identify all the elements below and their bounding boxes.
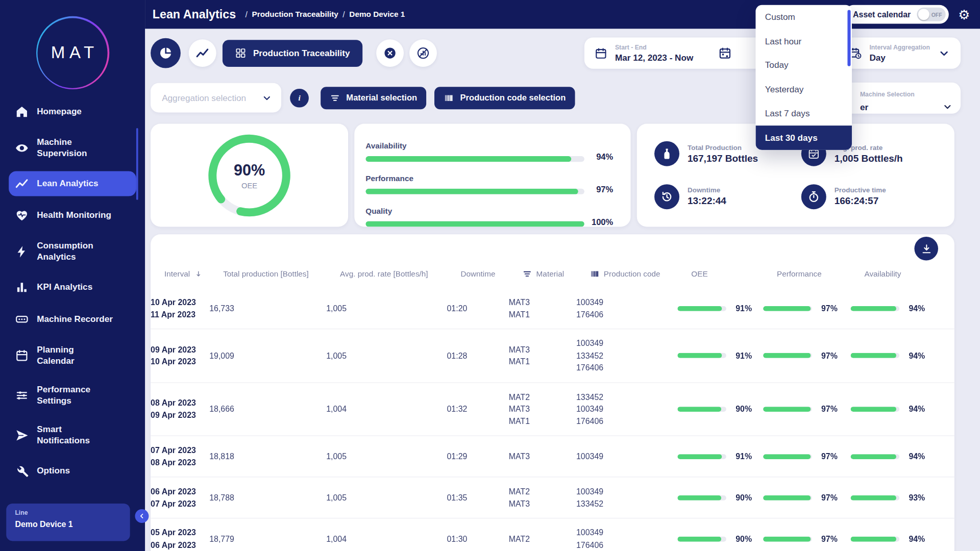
sidebar-item-label: Planning Calendar: [37, 344, 113, 366]
column-downtime[interactable]: Downtime: [460, 269, 522, 278]
kpi-stat-label: Total Production: [688, 143, 758, 151]
dropdown-option[interactable]: Last 7 days: [755, 102, 852, 126]
download-button[interactable]: [914, 237, 938, 261]
send-icon: [15, 428, 29, 442]
dropdown-scrollbar[interactable]: [847, 10, 850, 66]
rate-cell: 1,005: [326, 491, 447, 504]
sidebar-nav: Homepage Machine Supervision Lean Analyt…: [9, 99, 136, 484]
device-panel[interactable]: Line Demo Device 1: [6, 504, 130, 541]
performance-cell: 97%: [763, 302, 850, 314]
material-selection-label: Material selection: [346, 93, 417, 102]
code-cell: 100349176406: [576, 527, 677, 551]
material-cell: MAT2MAT3MAT1: [509, 391, 576, 428]
breadcrumb-root[interactable]: Lean Analytics: [153, 8, 236, 21]
info-button[interactable]: i: [290, 88, 309, 107]
aggregation-placeholder: Aggregation selection: [162, 93, 246, 103]
grid-icon: [235, 47, 246, 59]
date-range-field[interactable]: Start - End Mar 12, 2023 - Now: [615, 44, 693, 63]
interval-aggregation-value: Day: [869, 53, 930, 63]
kpi-stat: Productive time 166:24:57: [801, 175, 948, 218]
clear-selection-button[interactable]: [376, 39, 404, 67]
column-production-code[interactable]: Production code: [590, 269, 691, 279]
downtime-cell: 01:20: [447, 302, 509, 314]
home-icon: [15, 105, 29, 119]
production-traceability-button[interactable]: Production Traceability: [223, 40, 362, 67]
pie-chart-view-button[interactable]: [151, 38, 181, 68]
code-cell: 133452100349176406: [576, 391, 677, 428]
chart-options-button[interactable]: [409, 39, 437, 67]
sidebar-item-label: Consumption Analytics: [37, 240, 113, 262]
dropdown-option[interactable]: Last 30 days: [755, 126, 852, 149]
availability-cell: 94%: [851, 403, 941, 415]
interval-aggregation-field[interactable]: Interval Aggregation Day: [869, 44, 930, 63]
main-content: Production Traceability Start - End Mar …: [145, 29, 980, 551]
kpi-stat-value: 166:24:57: [835, 196, 886, 207]
settings-gear-icon[interactable]: ⚙: [958, 8, 970, 21]
column-oee[interactable]: OEE: [691, 269, 777, 278]
column-availability[interactable]: Availability: [864, 269, 954, 278]
asset-calendar-toggle[interactable]: OFF: [917, 8, 946, 21]
sidebar-collapse-button[interactable]: [135, 509, 149, 523]
column-avg-prod-rate[interactable]: Avg. prod. rate [Bottles/h]: [340, 269, 460, 278]
table-row[interactable]: 08 Apr 202309 Apr 2023 18,666 1,004 01:3…: [151, 383, 954, 436]
date-range-label: Start - End: [615, 44, 693, 51]
sidebar-item-consumption-analytics[interactable]: Consumption Analytics: [9, 235, 136, 268]
availability-cell: 94%: [851, 302, 941, 314]
dropdown-option[interactable]: Last hour: [755, 29, 852, 53]
table-row[interactable]: 09 Apr 202310 Apr 2023 19,009 1,005 01:2…: [151, 329, 954, 383]
column-total-production[interactable]: Total production [Bottles]: [223, 269, 340, 278]
sidebar-item-homepage[interactable]: Homepage: [9, 99, 136, 124]
table-row[interactable]: 07 Apr 202308 Apr 2023 18,818 1,005 01:2…: [151, 436, 954, 478]
sidebar-item-machine-recorder[interactable]: Machine Recorder: [9, 307, 136, 332]
aggregation-select[interactable]: Aggregation selection: [151, 83, 281, 113]
oee-label: OEE: [241, 181, 257, 189]
kpi-bar-fill: [365, 156, 571, 162]
interval-cell: 07 Apr 202308 Apr 2023: [151, 444, 209, 469]
material-cell: MAT3MAT1: [509, 296, 576, 320]
svg-text:i: i: [298, 93, 301, 102]
column-performance[interactable]: Performance: [777, 269, 864, 278]
oee-value: 90%: [234, 161, 265, 179]
oee-cell: 90%: [677, 491, 763, 504]
material-selection-button[interactable]: Material selection: [321, 87, 426, 109]
kpi-stat-label: Downtime: [688, 186, 726, 194]
sidebar-item-options[interactable]: Options: [9, 459, 136, 484]
quick-range-button[interactable]: [718, 46, 732, 60]
production-code-selection-button[interactable]: Production code selection: [434, 87, 575, 109]
sidebar-item-label: Performance Settings: [37, 384, 113, 406]
material-cell: MAT2MAT3: [509, 485, 576, 510]
sidebar-item-smart-notifications[interactable]: Smart Notifications: [9, 418, 136, 452]
sidebar-item-label: KPI Analytics: [37, 282, 92, 293]
dropdown-option[interactable]: Today: [755, 53, 852, 77]
total-cell: 18,818: [209, 450, 326, 463]
breadcrumb-section[interactable]: Production Traceability: [252, 10, 338, 19]
calendar-range-icon: [718, 46, 732, 60]
column-material[interactable]: Material: [523, 269, 590, 279]
downtime-cell: 01:28: [447, 349, 509, 362]
dropdown-option[interactable]: Custom: [755, 5, 852, 29]
table-row[interactable]: 06 Apr 202307 Apr 2023 18,788 1,005 01:3…: [151, 478, 954, 519]
material-cell: MAT3MAT1: [509, 343, 576, 368]
chevron-down-icon[interactable]: [938, 46, 951, 60]
machine-selection-select[interactable]: Machine Selection er: [838, 82, 961, 113]
sidebar-item-planning-calendar[interactable]: Planning Calendar: [9, 339, 136, 372]
downtime-cell: 01:32: [447, 403, 509, 415]
download-icon: [920, 243, 932, 255]
column-interval[interactable]: Interval: [164, 269, 223, 278]
app-root: MAT Homepage Machine Supervision Lean An…: [0, 0, 980, 551]
chart-line-icon: [15, 177, 29, 191]
sidebar-item-health-monitoring[interactable]: Health Monitoring: [9, 203, 136, 228]
table-row[interactable]: 10 Apr 202311 Apr 2023 16,733 1,005 01:2…: [151, 287, 954, 329]
sidebar-item-lean-analytics[interactable]: Lean Analytics: [9, 171, 136, 196]
kpi-bar-value: 100%: [592, 217, 613, 227]
sidebar-item-machine-supervision[interactable]: Machine Supervision: [9, 131, 136, 164]
table-row[interactable]: 05 Apr 202306 Apr 2023 18,779 1,004 01:3…: [151, 518, 954, 551]
line-chart-view-button[interactable]: [189, 39, 216, 67]
kpi-bar-value: 97%: [596, 185, 613, 194]
chart-disabled-icon: [416, 46, 430, 60]
sidebar-item-kpi-analytics[interactable]: KPI Analytics: [9, 275, 136, 300]
sidebar-scrollbar[interactable]: [136, 128, 138, 200]
sidebar-item-performance-settings[interactable]: Performance Settings: [9, 379, 136, 412]
dropdown-option[interactable]: Yesterday: [755, 78, 852, 102]
code-cell: 100349176406: [576, 296, 677, 320]
